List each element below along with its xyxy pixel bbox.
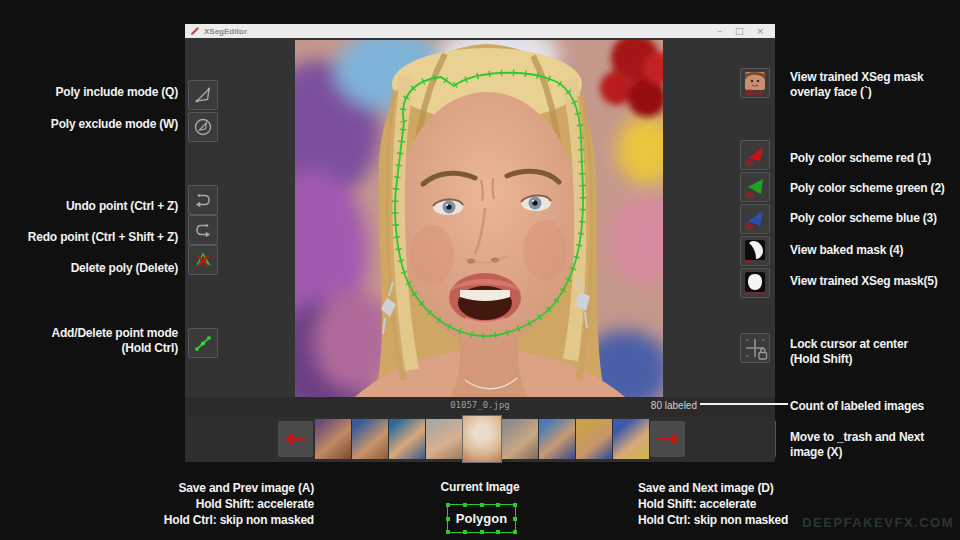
poly-color-red-button[interactable] xyxy=(740,140,770,170)
polygon-point xyxy=(513,503,517,507)
thumbnail[interactable] xyxy=(576,419,612,459)
thumbnail[interactable] xyxy=(502,419,538,459)
annotation-add-delete-point: Add/Delete point mode (Hold Ctrl) xyxy=(52,326,178,356)
pen-icon xyxy=(190,26,200,36)
annotation-xseg-mask: View trained XSeg mask(5) xyxy=(790,274,938,289)
polygon-label: Polygon xyxy=(456,511,507,526)
next-image-button[interactable] xyxy=(650,421,685,457)
polygon-point xyxy=(513,530,517,534)
poly-include-mode-button[interactable] xyxy=(188,80,218,110)
face-image xyxy=(295,40,663,397)
maximize-button[interactable]: □ xyxy=(735,24,744,38)
annotation-poly-exclude: Poly exclude mode (W) xyxy=(51,117,178,132)
thumbnail[interactable] xyxy=(389,419,425,459)
red-right-arrow-icon xyxy=(656,431,680,447)
labeled-count: 80 labeled xyxy=(651,400,697,411)
polygon-point xyxy=(446,517,450,521)
delete-poly-button[interactable] xyxy=(188,245,218,275)
labeled-count-connector-line xyxy=(700,403,788,405)
thumbnail-list xyxy=(315,419,649,459)
annotation-color-blue: Poly color scheme blue (3) xyxy=(790,211,937,226)
annotation-line: Hold Shift: accelerate xyxy=(638,496,788,512)
polygon-point xyxy=(446,503,450,507)
annotation-line: overlay face (`) xyxy=(790,85,923,100)
poly-exclude-mode-button[interactable] xyxy=(188,112,218,142)
annotation-move-to-trash: Move to _trash and Next image (X) xyxy=(790,430,924,460)
xseg-mask-icon xyxy=(743,271,767,295)
xseg-overlay-face-icon xyxy=(743,71,767,95)
annotation-redo-point: Redo point (Ctrl + Shift + Z) xyxy=(28,230,178,245)
annotation-line: image (X) xyxy=(790,445,924,460)
poly-blue-icon xyxy=(743,207,767,231)
window-titlebar: XSegEditor – □ × xyxy=(185,24,775,38)
annotation-line: (Hold Ctrl) xyxy=(52,341,178,356)
poly-color-blue-button[interactable] xyxy=(740,204,770,234)
annotation-line: Hold Ctrl: skip non masked xyxy=(164,512,314,528)
polygon-point xyxy=(496,530,500,534)
annotation-line: (Hold Shift) xyxy=(790,352,908,367)
prev-image-button[interactable] xyxy=(278,421,313,457)
baked-mask-icon xyxy=(743,239,767,263)
annotation-delete-poly: Delete poly (Delete) xyxy=(71,261,178,276)
poly-include-icon xyxy=(193,85,213,105)
thumbnail[interactable] xyxy=(315,419,351,459)
add-delete-point-icon xyxy=(193,333,213,353)
thumbnail[interactable] xyxy=(613,419,649,459)
annotation-labeled-count: Count of labeled images xyxy=(790,399,924,414)
annotation-lock-cursor: Lock cursor at center (Hold Shift) xyxy=(790,337,908,367)
annotation-current-image: Current Image xyxy=(403,480,557,495)
annotation-line: Hold Shift: accelerate xyxy=(164,496,314,512)
redo-icon xyxy=(193,220,213,240)
annotation-line: Lock cursor at center xyxy=(790,337,908,352)
canvas-photo[interactable] xyxy=(295,40,663,397)
annotation-undo-point: Undo point (Ctrl + Z) xyxy=(66,199,178,214)
redo-point-button[interactable] xyxy=(188,215,218,245)
current-filename: 01057_0.jpg xyxy=(405,400,555,410)
view-xseg-mask-button[interactable] xyxy=(740,268,770,298)
lock-cursor-icon xyxy=(742,335,768,361)
poly-red-icon xyxy=(743,143,767,167)
annotation-line: Move to _trash and Next xyxy=(790,430,924,445)
undo-icon xyxy=(193,190,213,210)
annotation-line: View trained XSeg mask xyxy=(790,70,923,85)
undo-point-button[interactable] xyxy=(188,185,218,215)
filmstrip xyxy=(185,417,775,462)
xseg-editor-window: XSegEditor – □ × xyxy=(185,24,775,462)
annotation-line: Save and Prev image (A) xyxy=(164,480,314,496)
window-title: XSegEditor xyxy=(204,27,247,36)
thumbnail-current[interactable] xyxy=(463,416,501,462)
minimize-button[interactable]: – xyxy=(717,24,722,38)
polygon-point xyxy=(496,503,500,507)
annotation-color-red: Poly color scheme red (1) xyxy=(790,151,931,166)
polygon-point xyxy=(463,503,467,507)
thumbnail[interactable] xyxy=(426,419,462,459)
view-xseg-overlay-face-button[interactable] xyxy=(740,68,770,98)
watermark: DEEPFAKEVFX.COM xyxy=(802,515,954,530)
poly-color-green-button[interactable] xyxy=(740,172,770,202)
annotation-line: Add/Delete point mode xyxy=(52,326,178,341)
annotation-baked-mask: View baked mask (4) xyxy=(790,243,903,258)
close-button[interactable]: × xyxy=(756,24,764,38)
polygon-point xyxy=(446,530,450,534)
red-left-arrow-icon xyxy=(284,431,308,447)
annotation-line: Hold Ctrl: skip non masked xyxy=(638,512,788,528)
lock-cursor-button[interactable] xyxy=(740,333,770,363)
window-controls: – □ × xyxy=(717,24,764,38)
polygon-point xyxy=(513,517,517,521)
polygon-point xyxy=(463,530,467,534)
current-image-polygon-box: Polygon xyxy=(447,504,516,533)
annotation-view-overlay-face: View trained XSeg mask overlay face (`) xyxy=(790,70,923,100)
annotation-color-green: Poly color scheme green (2) xyxy=(790,181,945,196)
annotation-poly-include: Poly include mode (Q) xyxy=(56,85,178,100)
add-delete-point-mode-button[interactable] xyxy=(188,328,218,358)
annotation-save-next: Save and Next image (D) Hold Shift: acce… xyxy=(638,480,788,528)
polygon-point xyxy=(480,503,484,507)
annotation-save-prev: Save and Prev image (A) Hold Shift: acce… xyxy=(164,480,314,528)
polygon-point xyxy=(480,530,484,534)
view-baked-mask-button[interactable] xyxy=(740,236,770,266)
delete-poly-icon xyxy=(193,250,213,270)
status-bar: 01057_0.jpg 80 labeled xyxy=(185,397,775,417)
thumbnail[interactable] xyxy=(539,419,575,459)
annotation-line: Save and Next image (D) xyxy=(638,480,788,496)
thumbnail[interactable] xyxy=(352,419,388,459)
